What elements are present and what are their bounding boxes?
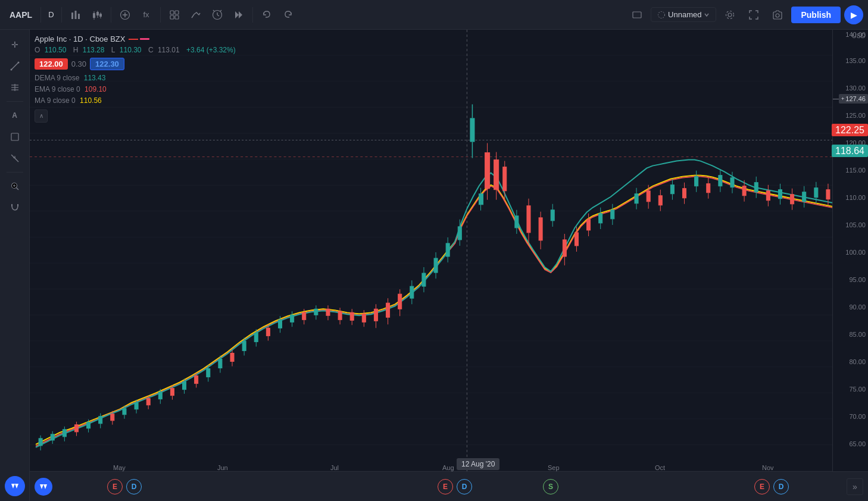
y-135: 135.00 — [845, 57, 866, 64]
fullscreen-btn[interactable] — [744, 5, 764, 25]
replay-btn[interactable] — [229, 5, 249, 25]
redo-svg — [283, 10, 294, 20]
dema-val: 113.43 — [84, 74, 106, 82]
chart-main[interactable]: Apple Inc · 1D · Cboe BZX O 110.50 H 113… — [30, 30, 832, 501]
event-badge-d-nov[interactable]: D — [773, 479, 789, 494]
svg-rect-72 — [158, 392, 162, 399]
fib-tool[interactable] — [5, 77, 25, 98]
svg-rect-225 — [647, 191, 650, 202]
high-val: 113.28 — [83, 46, 105, 54]
screenshot-btn[interactable] — [767, 5, 788, 25]
shape-tool[interactable] — [5, 127, 25, 147]
magnet-tool[interactable] — [5, 198, 25, 218]
collapse-indicators-btn[interactable]: ∧ — [35, 109, 48, 123]
y-65: 65.00 — [849, 440, 866, 447]
ma-label: MA 9 close 0 110.56 — [35, 95, 238, 107]
layout-btn[interactable]: Unnamed — [651, 7, 716, 22]
y-70: 70.00 — [849, 413, 866, 420]
publish-button[interactable]: Publish — [791, 7, 841, 23]
line-indicator-1 — [129, 39, 138, 40]
candlestick-icon[interactable] — [87, 5, 107, 25]
bar-chart-icon[interactable] — [65, 5, 86, 25]
x-label-may: May — [113, 464, 126, 471]
event-badge-d-may[interactable]: D — [126, 479, 142, 494]
undo-btn[interactable] — [257, 5, 277, 25]
template-svg — [169, 10, 180, 20]
svg-rect-150 — [803, 192, 806, 202]
replay-svg — [233, 10, 244, 20]
open-label: O — [35, 46, 40, 54]
symbol-label[interactable]: AAPL — [5, 8, 37, 22]
svg-rect-246 — [826, 190, 830, 199]
svg-rect-102 — [422, 273, 426, 286]
undo-svg — [261, 10, 272, 20]
ema-val: 109.10 — [85, 85, 107, 93]
settings-svg — [725, 10, 735, 20]
timeframe-btn[interactable]: D — [45, 5, 57, 25]
svg-rect-75 — [183, 382, 186, 390]
scroll-right-btn[interactable]: » — [847, 478, 863, 495]
zoom-tool[interactable] — [5, 176, 25, 196]
template-btn[interactable] — [164, 5, 185, 25]
tv-logo-btn[interactable] — [35, 478, 52, 496]
y-115: 115.00 — [845, 167, 866, 174]
linechart-svg — [191, 10, 201, 20]
svg-rect-138 — [719, 176, 722, 186]
svg-line-21 — [217, 15, 219, 16]
svg-rect-165 — [170, 389, 174, 396]
svg-rect-8 — [97, 15, 98, 18]
svg-rect-90 — [278, 320, 282, 328]
dema-label-text: DEMA 9 close — [35, 74, 79, 82]
trend-line-svg — [10, 61, 20, 71]
fx-btn[interactable]: fx — [136, 5, 157, 25]
y-90: 90.00 — [849, 303, 866, 311]
chart-and-yaxis-wrapper: Apple Inc · 1D · Cboe BZX O 110.50 H 113… — [30, 30, 868, 501]
svg-point-25 — [658, 11, 665, 18]
redo-btn[interactable] — [278, 5, 298, 25]
svg-rect-81 — [218, 359, 222, 368]
ruler-tool[interactable] — [5, 148, 25, 168]
add-indicator-btn[interactable] — [115, 5, 135, 25]
x-axis-labels: May Jun Jul Aug Sep Oct Nov — [30, 453, 832, 471]
svg-rect-123 — [599, 214, 602, 223]
svg-rect-219 — [574, 233, 578, 246]
y-125: 125.00 — [845, 112, 866, 119]
event-badge-e-aug[interactable]: E — [438, 479, 453, 494]
svg-rect-240 — [766, 191, 770, 201]
clock-btn[interactable] — [207, 5, 227, 25]
linechart-btn[interactable] — [186, 5, 206, 25]
svg-rect-141 — [730, 178, 734, 187]
svg-rect-6 — [96, 12, 99, 15]
settings-btn[interactable] — [720, 5, 740, 25]
bar-chart-svg — [70, 10, 81, 20]
event-badge-d-aug[interactable]: D — [457, 479, 472, 494]
svg-rect-192 — [374, 309, 377, 321]
red-price-badge: 122.25 — [832, 125, 868, 136]
y-80: 80.00 — [849, 358, 866, 365]
trend-line-tool[interactable] — [5, 56, 25, 76]
x-label-oct: Oct — [655, 464, 665, 471]
left-sep2 — [7, 172, 23, 173]
svg-point-30 — [10, 69, 12, 71]
svg-rect-204 — [494, 160, 499, 190]
crosshair-tool[interactable]: ✛ — [5, 35, 25, 55]
live-button[interactable]: ▶ — [844, 5, 863, 24]
svg-rect-108 — [446, 243, 449, 256]
svg-rect-216 — [563, 240, 566, 256]
svg-rect-234 — [707, 184, 710, 193]
event-badge-s-sep[interactable]: S — [543, 479, 558, 494]
text-tool[interactable]: A — [5, 105, 25, 126]
svg-rect-4 — [93, 11, 94, 13]
svg-rect-243 — [791, 195, 794, 204]
svg-rect-54 — [51, 434, 54, 440]
event-badge-e-may[interactable]: E — [107, 479, 123, 494]
tradingview-watermark[interactable] — [5, 476, 25, 496]
y-axis: USD 140.00 135.00 130.00 125.00 120.00 1… — [832, 30, 868, 501]
change-val: +3.64 (+3.32%) — [186, 46, 236, 54]
svg-rect-51 — [39, 439, 42, 446]
rectangle-tool-btn[interactable] — [627, 5, 647, 25]
event-badge-e-nov[interactable]: E — [754, 479, 770, 494]
x-label-aug: Aug — [442, 464, 454, 471]
svg-rect-3 — [93, 13, 95, 18]
sep3 — [111, 7, 111, 23]
